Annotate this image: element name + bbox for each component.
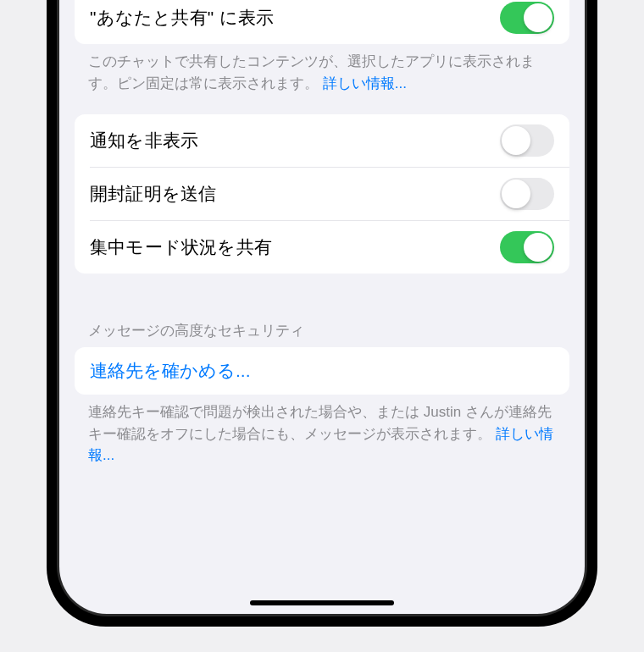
shared-with-you-card: "あなたと共有" に表示 [75,0,569,44]
hide-alerts-row: 通知を非表示 [75,114,569,167]
hide-alerts-toggle[interactable] [500,124,554,157]
toggle-knob [502,180,530,208]
shared-with-you-footer: このチャットで共有したコンテンツが、選択したアプリに表示されます。ピン固定は常に… [59,44,585,94]
verify-contact-row[interactable]: 連絡先を確かめる... [75,347,569,395]
more-info-link[interactable]: 詳しい情報... [323,75,407,91]
shared-with-you-label: "あなたと共有" に表示 [90,6,274,30]
share-focus-label: 集中モード状況を共有 [90,235,272,259]
settings-content: "あなたと共有" に表示 このチャットで共有したコンテンツが、選択したアプリに表… [59,0,585,467]
toggle-knob [502,126,530,155]
phone-inner-border: "あなたと共有" に表示 このチャットで共有したコンテンツが、選択したアプリに表… [57,0,587,616]
share-focus-toggle[interactable] [500,231,554,263]
read-receipts-toggle[interactable] [500,178,554,210]
toggle-knob [524,233,552,262]
notifications-card: 通知を非表示 開封証明を送信 集中モード状況を共有 [75,114,569,274]
verify-contact-label: 連絡先を確かめる... [90,361,251,380]
footer-description: このチャットで共有したコンテンツが、選択したアプリに表示されます。ピン固定は常に… [88,53,535,91]
share-focus-row: 集中モード状況を共有 [90,220,569,274]
phone-frame: "あなたと共有" に表示 このチャットで共有したコンテンツが、選択したアプリに表… [47,0,597,627]
phone-screen: "あなたと共有" に表示 このチャットで共有したコンテンツが、選択したアプリに表… [59,0,585,614]
verify-contact-footer: 連絡先キー確認で問題が検出された場合や、または Justin さんが連絡先キー確… [59,395,585,467]
read-receipts-label: 開封証明を送信 [90,182,216,206]
advanced-security-header: メッセージの高度なセキュリティ [59,321,585,347]
read-receipts-row: 開封証明を送信 [90,167,569,220]
footer-description: 連絡先キー確認で問題が検出された場合や、または Justin さんが連絡先キー確… [88,404,552,442]
toggle-knob [524,3,552,32]
shared-with-you-row: "あなたと共有" に表示 [75,0,569,44]
hide-alerts-label: 通知を非表示 [90,129,198,152]
shared-with-you-toggle[interactable] [500,2,554,34]
home-indicator[interactable] [250,600,394,605]
verify-contact-card: 連絡先を確かめる... [75,347,569,395]
